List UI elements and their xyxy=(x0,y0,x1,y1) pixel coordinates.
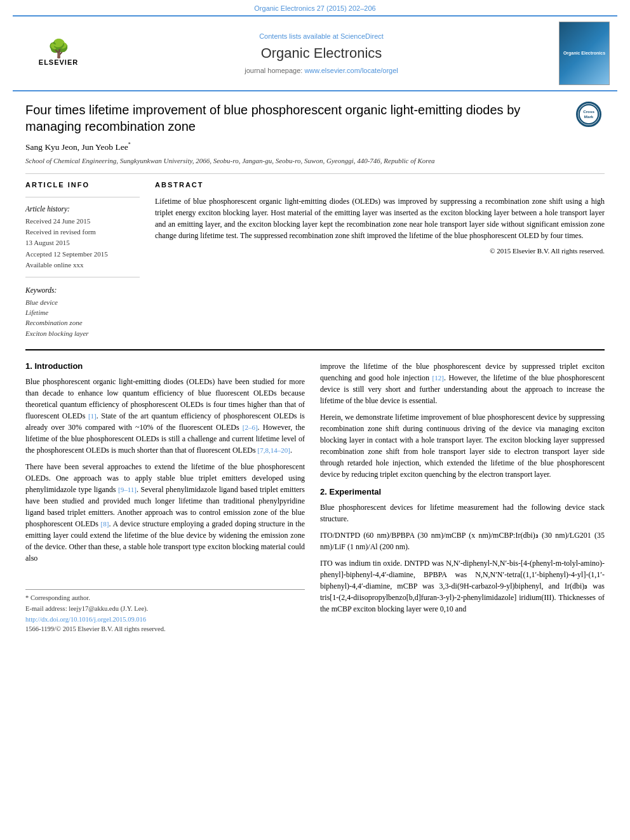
received-revised-label: Received in revised form xyxy=(25,227,140,237)
article-info-panel: Article Info Article history: Received 2… xyxy=(25,180,140,339)
journal-header: 🌳 ELSEVIER Contents lists available at S… xyxy=(13,15,617,91)
cite-7-8: [7,8,14–20] xyxy=(258,446,290,454)
homepage-url[interactable]: www.elsevier.com/locate/orgel xyxy=(304,67,398,74)
cite-1: [1] xyxy=(88,412,97,420)
intro-paragraph-1: Blue phosphorescent organic light-emitti… xyxy=(25,376,305,564)
header-divider xyxy=(25,173,605,174)
main-divider xyxy=(25,349,605,350)
elsevier-logo-section: 🌳 ELSEVIER xyxy=(20,40,97,67)
content-area: Four times lifetime improvement of blue … xyxy=(0,91,630,645)
article-title-section: Four times lifetime improvement of blue … xyxy=(25,102,605,135)
received-date-1: Received 24 June 2015 xyxy=(25,217,140,226)
issn-notice: 1566-1199/© 2015 Elsevier B.V. All right… xyxy=(25,625,305,634)
sciencedirect-link[interactable]: Contents lists available at ScienceDirec… xyxy=(97,32,546,41)
body-right-column: improve the lifetime of the blue phospho… xyxy=(320,361,605,635)
doi-link[interactable]: http://dx.doi.org/10.1016/j.orgel.2015.0… xyxy=(25,615,305,625)
experimental-text: Blue phosphorescent devices for lifetime… xyxy=(320,502,605,615)
footnote-email: E-mail address: leejy17@akku.edu (J.Y. L… xyxy=(25,604,305,614)
crossmark-icon: Cross Mark xyxy=(576,102,601,127)
article-info-header: Article Info xyxy=(25,180,140,190)
journal-reference: Organic Electronics 27 (2015) 202–206 xyxy=(0,0,630,15)
article-title: Four times lifetime improvement of blue … xyxy=(25,102,546,135)
right-paragraph-1: improve the lifetime of the blue phospho… xyxy=(320,361,605,480)
corresponding-mark: * xyxy=(128,142,131,147)
info-divider-mid xyxy=(25,277,140,277)
cite-2-6: [2–6] xyxy=(243,423,258,431)
elsevier-wordmark: ELSEVIER xyxy=(39,58,78,67)
keyword-2: Lifetime xyxy=(25,308,140,317)
keyword-1: Blue device xyxy=(25,298,140,307)
body-left-column: 1. Introduction Blue phosphorescent orga… xyxy=(25,361,305,635)
keyword-4: Exciton blocking layer xyxy=(25,329,140,338)
keywords-section: Keywords: Blue device Lifetime Recombina… xyxy=(25,285,140,339)
accepted-date: Accepted 12 September 2015 xyxy=(25,250,140,259)
info-abstract-section: Article Info Article history: Received 2… xyxy=(25,180,605,339)
abstract-panel: Abstract Lifetime of blue phosphorescent… xyxy=(155,180,605,339)
journal-title: Organic Electronics xyxy=(97,44,546,63)
received-date-2: 13 August 2015 xyxy=(25,238,140,248)
journal-cover-section: Organic Electronics xyxy=(546,22,610,85)
svg-text:Cross: Cross xyxy=(583,110,594,114)
history-label: Article history: xyxy=(25,204,140,214)
cover-title-text: Organic Electronics xyxy=(563,51,605,56)
journal-homepage: journal homepage: www.elsevier.com/locat… xyxy=(97,66,546,76)
svg-text:Mark: Mark xyxy=(584,115,594,119)
footnote-area: * Corresponding author. E-mail address: … xyxy=(25,589,305,634)
body-section: 1. Introduction Blue phosphorescent orga… xyxy=(25,361,605,635)
abstract-text: Lifetime of blue phosphorescent organic … xyxy=(155,196,605,241)
authors-line: Sang Kyu Jeon, Jun Yeob Lee* xyxy=(25,141,605,153)
online-date: Available online xxx xyxy=(25,260,140,270)
cite-12: [12] xyxy=(432,374,444,382)
abstract-header: Abstract xyxy=(155,180,605,190)
author-names: Sang Kyu Jeon, Jun Yeob Lee xyxy=(25,142,128,152)
copyright-notice: © 2015 Elsevier B.V. All rights reserved… xyxy=(155,246,605,256)
keyword-3: Recombination zone xyxy=(25,318,140,328)
info-divider-top xyxy=(25,197,140,197)
elsevier-tree-icon: 🌳 xyxy=(48,40,70,58)
intro-section-title: 1. Introduction xyxy=(25,361,305,372)
journal-title-section: Contents lists available at ScienceDirec… xyxy=(97,32,546,76)
affiliation: School of Chemical Engineering, Sungkyun… xyxy=(25,156,605,166)
experimental-section-title: 2. Experimental xyxy=(320,486,605,498)
keywords-label: Keywords: xyxy=(25,285,140,295)
footnote-corresponding: * Corresponding author. xyxy=(25,594,305,603)
cite-9-11: [9–11] xyxy=(118,486,137,493)
crossmark-badge[interactable]: Cross Mark xyxy=(576,102,605,130)
cite-8: [8] xyxy=(101,520,109,528)
journal-cover-image: Organic Electronics xyxy=(559,22,610,85)
